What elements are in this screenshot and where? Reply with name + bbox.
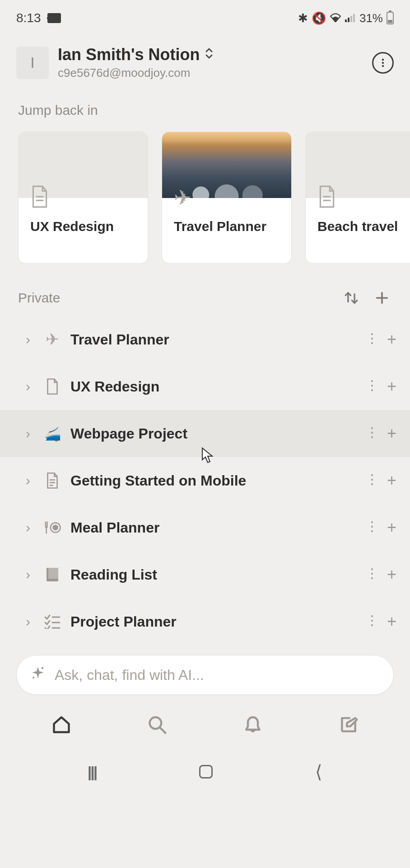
expand-chevron-icon[interactable]: › [22, 379, 34, 394]
page-more-icon[interactable]: ⋮ [365, 612, 378, 631]
train-icon: 🚄 [42, 426, 62, 442]
mute-icon: 🔇 [312, 11, 326, 25]
add-subpage-icon[interactable]: + [387, 471, 396, 490]
svg-point-4 [382, 58, 384, 60]
jump-back-card[interactable]: Beach travel [305, 132, 410, 264]
add-subpage-icon[interactable]: + [387, 330, 396, 349]
add-subpage-icon[interactable]: + [387, 565, 396, 584]
jump-back-card[interactable]: ✈ Travel Planner [162, 132, 292, 264]
page-row-travel-planner[interactable]: › ✈ Travel Planner ⋮ + [0, 316, 410, 363]
expand-chevron-icon[interactable]: › [22, 520, 34, 535]
svg-point-23 [42, 667, 44, 669]
home-tab[interactable] [48, 711, 75, 738]
add-subpage-icon[interactable]: + [387, 377, 396, 396]
expand-chevron-icon[interactable]: › [22, 426, 34, 441]
svg-rect-2 [350, 16, 352, 22]
page-more-icon[interactable]: ⋮ [365, 424, 378, 443]
workspace-switcher[interactable]: Ian Smith's Notion c9e5676d@moodjoy.com [58, 45, 372, 80]
workspace-header: I Ian Smith's Notion c9e5676d@moodjoy.co… [0, 36, 410, 94]
page-more-icon[interactable]: ⋮ [365, 330, 378, 349]
compose-tab[interactable] [335, 711, 362, 738]
plane-icon: ✈ [174, 185, 191, 210]
more-menu-button[interactable] [372, 52, 394, 74]
workspace-title: Ian Smith's Notion [58, 45, 200, 64]
private-page-list: › ✈ Travel Planner ⋮ + › UX Redesign ⋮ +… [0, 316, 410, 645]
svg-point-24 [33, 677, 34, 679]
page-more-icon[interactable]: ⋮ [365, 518, 378, 537]
svg-rect-3 [353, 14, 355, 22]
svg-point-6 [382, 65, 384, 66]
updown-chevron-icon [205, 47, 214, 62]
card-title: Beach travel [317, 219, 410, 234]
page-row-ux-redesign[interactable]: › UX Redesign ⋮ + [0, 363, 410, 410]
expand-chevron-icon[interactable]: › [22, 567, 34, 582]
page-title: Reading List [70, 566, 357, 583]
expand-chevron-icon[interactable]: › [22, 473, 34, 488]
ai-placeholder: Ask, chat, find with AI... [55, 667, 204, 684]
android-nav-bar: ||| ⟨ [0, 749, 410, 794]
sort-icon[interactable] [341, 288, 361, 308]
meal-icon [42, 520, 62, 535]
battery-icon [387, 12, 394, 24]
add-subpage-icon[interactable]: + [387, 518, 396, 537]
svg-rect-1 [348, 18, 349, 22]
page-doc-icon [30, 185, 49, 213]
page-row-project-planner[interactable]: › Project Planner ⋮ + [0, 598, 410, 645]
jump-back-label: Jump back in [0, 94, 410, 132]
app-tab-bar [0, 695, 410, 749]
page-title: Getting Started on Mobile [70, 472, 357, 489]
page-row-getting-started[interactable]: › Getting Started on Mobile ⋮ + [0, 457, 410, 504]
expand-chevron-icon[interactable]: › [22, 614, 34, 629]
inbox-tab[interactable] [239, 711, 266, 738]
battery-percent: 31% [359, 11, 383, 25]
page-doc-lines-icon [42, 472, 62, 489]
status-time: 8:13 [16, 11, 41, 25]
sparkle-icon [30, 665, 46, 684]
workspace-email: c9e5676d@moodjoy.com [58, 66, 372, 80]
svg-point-5 [382, 61, 384, 63]
page-more-icon[interactable]: ⋮ [365, 377, 378, 396]
svg-point-17 [53, 525, 58, 530]
jump-back-row[interactable]: UX Redesign ✈ Travel Planner Beach trave… [0, 132, 410, 264]
section-title[interactable]: Private [18, 290, 60, 306]
android-recents-button[interactable]: ||| [88, 763, 97, 781]
workspace-avatar[interactable]: I [16, 47, 49, 79]
android-status-bar: 8:13 ✱ 🔇 31% [0, 0, 410, 36]
page-row-webpage-project[interactable]: › 🚄 Webpage Project ⋮ + [0, 410, 410, 457]
bluetooth-icon: ✱ [298, 11, 308, 25]
page-row-reading-list[interactable]: › Reading List ⋮ + [0, 551, 410, 598]
card-title: UX Redesign [30, 219, 136, 234]
checklist-icon [42, 614, 62, 629]
ai-search-bar[interactable]: Ask, chat, find with AI... [16, 655, 394, 695]
android-home-button[interactable] [199, 765, 213, 778]
page-title: Webpage Project [70, 425, 357, 442]
search-tab[interactable] [144, 711, 171, 738]
add-page-icon[interactable] [372, 288, 392, 308]
page-title: Meal Planner [70, 519, 357, 536]
page-title: Travel Planner [70, 331, 357, 348]
svg-line-26 [160, 727, 166, 733]
jump-back-card[interactable]: UX Redesign [18, 132, 148, 264]
add-subpage-icon[interactable]: + [387, 612, 396, 631]
wifi-icon [330, 11, 341, 25]
section-private-header: Private [0, 264, 410, 316]
add-subpage-icon[interactable]: + [387, 424, 396, 443]
page-more-icon[interactable]: ⋮ [365, 565, 378, 584]
android-back-button[interactable]: ⟨ [315, 761, 322, 782]
svg-rect-19 [48, 568, 58, 579]
card-title: Travel Planner [174, 219, 280, 234]
book-icon [42, 567, 62, 582]
signal-icon [345, 11, 356, 25]
page-title: UX Redesign [70, 378, 357, 395]
plane-icon: ✈ [42, 330, 62, 349]
page-doc-icon [42, 378, 62, 395]
expand-chevron-icon[interactable]: › [22, 332, 34, 347]
page-doc-icon [317, 185, 336, 213]
camera-recording-icon [47, 13, 61, 23]
page-row-meal-planner[interactable]: › Meal Planner ⋮ + [0, 504, 410, 551]
svg-rect-0 [345, 19, 347, 22]
page-more-icon[interactable]: ⋮ [365, 471, 378, 490]
page-title: Project Planner [70, 613, 357, 630]
